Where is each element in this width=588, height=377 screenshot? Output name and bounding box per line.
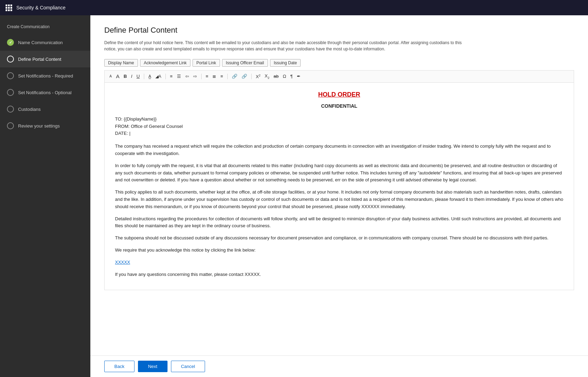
- sidebar-item-set-notifications-required[interactable]: Set Notifications - Required: [0, 67, 90, 84]
- sidebar-item-label-name-communication: Name Communication: [18, 40, 83, 45]
- content-area: Define Portal Content Define the content…: [90, 15, 588, 377]
- editor-ack-link-block: XXXXX: [115, 259, 563, 266]
- toolbar-align-left[interactable]: ≡: [204, 73, 210, 80]
- sidebar-circle-set-notifications-required: [7, 72, 14, 79]
- toolbar-paragraph[interactable]: ¶: [289, 73, 294, 80]
- toolbar-unordered-list[interactable]: ≡: [169, 73, 174, 80]
- sidebar-item-define-portal-content[interactable]: Define Portal Content: [0, 51, 90, 67]
- toolbar-clear-format[interactable]: ✒: [295, 73, 302, 80]
- token-btn-acknowledgement-link[interactable]: Acknowledgement Link: [140, 59, 190, 67]
- sidebar-item-label-custodians: Custodians: [18, 107, 83, 112]
- token-btn-issuing-date[interactable]: Issuing Date: [270, 59, 301, 67]
- toolbar-indent-increase[interactable]: ⇨: [192, 73, 198, 80]
- editor-to-line: TO: {{DisplayName}}: [115, 116, 563, 123]
- toolbar-italic[interactable]: I: [130, 73, 134, 80]
- app-title: Security & Compliance: [16, 5, 66, 10]
- sidebar-item-label-set-notifications-optional: Set Notifications - Optional: [18, 90, 83, 95]
- sidebar-item-label-define-portal-content: Define Portal Content: [18, 57, 83, 62]
- toolbar-insert-link[interactable]: 🔗: [230, 73, 239, 80]
- editor-to-block: TO: {{DisplayName}} FROM: Office of Gene…: [115, 116, 563, 137]
- sidebar-circle-custodians: [7, 106, 14, 113]
- toolbar-ordered-list[interactable]: ☰: [175, 73, 182, 80]
- next-button[interactable]: Next: [138, 361, 168, 372]
- editor-ack-link[interactable]: XXXXX: [115, 260, 130, 265]
- editor-content[interactable]: HOLD ORDER CONFIDENTIAL TO: {{DisplayNam…: [104, 82, 574, 290]
- editor-para-4: Detailed instructions regarding the proc…: [115, 215, 563, 230]
- editor-para-5: The subpoena should not be discussed out…: [115, 235, 563, 242]
- editor-toolbar: A A B I U A̲ ◢A ≡ ☰ ⇦ ⇨ ≡ ≣ ≡ 🔗 🔗: [104, 70, 574, 82]
- token-buttons-row: Display Name Acknowledgement Link Portal…: [104, 59, 574, 67]
- token-btn-display-name[interactable]: Display Name: [104, 59, 138, 67]
- toolbar-remove-link[interactable]: 🔗: [240, 73, 248, 80]
- editor-confidential: CONFIDENTIAL: [115, 102, 563, 110]
- toolbar-align-right[interactable]: ≡: [219, 73, 224, 80]
- editor-from-line: FROM: Office of General Counsel: [115, 123, 563, 130]
- sidebar-item-review-settings[interactable]: Review your settings: [0, 117, 90, 134]
- toolbar-separator-3: [201, 74, 202, 79]
- content-scroll: Define Portal Content Define the content…: [90, 15, 588, 355]
- sidebar-item-custodians[interactable]: Custodians: [0, 101, 90, 117]
- editor-para-2: In order to fully comply with the reques…: [115, 162, 563, 184]
- toolbar-indent-decrease[interactable]: ⇦: [184, 73, 190, 80]
- action-bar: Back Next Cancel: [90, 355, 588, 377]
- toolbar-font-highlight[interactable]: ◢A: [154, 73, 163, 80]
- token-btn-issuing-officer-email[interactable]: Issuing Officer Email: [222, 59, 268, 67]
- topbar: Security & Compliance: [0, 0, 588, 15]
- toolbar-subscript[interactable]: X2: [263, 73, 271, 80]
- toolbar-superscript[interactable]: X2: [254, 73, 262, 80]
- sidebar: Create Communication Name Communication …: [0, 15, 90, 377]
- sidebar-circle-set-notifications-optional: [7, 89, 14, 96]
- token-btn-portal-link[interactable]: Portal Link: [193, 59, 220, 67]
- toolbar-separator-4: [227, 74, 228, 79]
- toolbar-separator-2: [165, 74, 166, 79]
- cancel-button[interactable]: Cancel: [171, 361, 205, 372]
- editor-hold-title: HOLD ORDER: [115, 90, 563, 100]
- sidebar-circle-define-portal-content: [7, 56, 14, 63]
- toolbar-align-center[interactable]: ≣: [211, 73, 218, 80]
- sidebar-item-name-communication[interactable]: Name Communication: [0, 34, 90, 51]
- editor-para-1: The company has received a request which…: [115, 143, 563, 157]
- sidebar-item-label-set-notifications-required: Set Notifications - Required: [18, 73, 83, 79]
- toolbar-special-char[interactable]: Ω: [281, 73, 288, 80]
- editor-date-line: DATE: |: [115, 130, 563, 137]
- toolbar-separator-5: [251, 74, 252, 79]
- toolbar-bold[interactable]: B: [122, 73, 128, 80]
- editor-para-3: This policy applies to all such document…: [115, 189, 563, 210]
- toolbar-underline[interactable]: U: [135, 73, 141, 80]
- toolbar-separator-1: [144, 74, 144, 79]
- toolbar-font-decrease[interactable]: A: [108, 74, 113, 79]
- sidebar-item-label-review-settings: Review your settings: [18, 123, 83, 129]
- editor-para-6: We require that you acknowledge this not…: [115, 247, 563, 254]
- apps-icon[interactable]: [6, 5, 12, 11]
- sidebar-circle-review-settings: [7, 122, 14, 129]
- sidebar-section-label: Create Communication: [0, 19, 90, 34]
- page-description: Define the content of your hold notice h…: [104, 40, 469, 52]
- editor-closing: If you have any questions concerning thi…: [115, 271, 563, 278]
- toolbar-font-color[interactable]: A̲: [147, 73, 153, 80]
- sidebar-circle-name-communication: [7, 39, 14, 46]
- sidebar-item-set-notifications-optional[interactable]: Set Notifications - Optional: [0, 84, 90, 101]
- main-layout: Create Communication Name Communication …: [0, 15, 588, 377]
- toolbar-strikethrough[interactable]: ab: [272, 73, 280, 80]
- toolbar-font-increase[interactable]: A: [115, 73, 121, 80]
- page-title: Define Portal Content: [104, 26, 574, 35]
- back-button[interactable]: Back: [104, 361, 134, 372]
